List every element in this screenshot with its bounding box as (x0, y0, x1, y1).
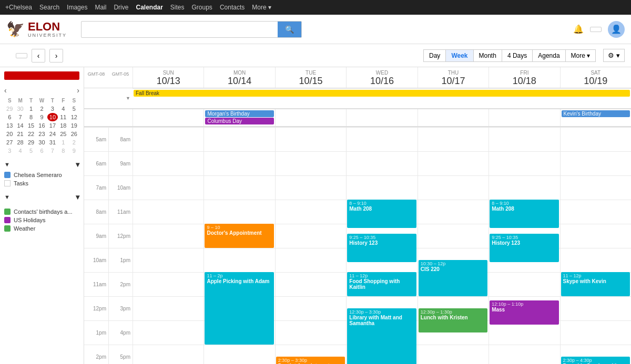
mini-cal-date[interactable]: 24 (47, 130, 58, 138)
tasks-checkbox[interactable] (4, 180, 11, 186)
mini-cal-date[interactable]: 6 (4, 113, 15, 121)
calendar-event[interactable]: 12:30p – 1:30pLunch with Kristen (419, 308, 487, 332)
mini-cal-date[interactable]: 17 (47, 121, 58, 130)
time-cell[interactable] (560, 296, 631, 320)
mini-cal-date[interactable]: 31 (47, 138, 58, 147)
time-cell[interactable] (133, 151, 203, 175)
mini-cal-date[interactable]: 3 (47, 105, 58, 113)
calendar-event[interactable]: 8 – 9:10Math 208 (347, 200, 416, 228)
search-input[interactable] (82, 25, 278, 33)
mini-cal-date[interactable]: 23 (36, 130, 47, 138)
time-cell[interactable] (346, 175, 417, 200)
mini-cal-date[interactable]: 26 (69, 130, 79, 138)
mini-cal-date[interactable]: 30 (15, 105, 25, 113)
time-cell[interactable] (346, 127, 417, 151)
calendar-event[interactable]: 12:10p – 1:10pMass (490, 300, 558, 325)
mini-cal-prev[interactable]: ‹ (4, 86, 7, 95)
today-button[interactable] (16, 53, 27, 58)
time-cell[interactable] (133, 175, 203, 200)
add-calendar-icon[interactable]: ▾ (76, 160, 79, 169)
mini-cal-date[interactable]: 29 (26, 138, 36, 147)
time-cell[interactable] (560, 224, 631, 248)
view-week[interactable]: Week (445, 49, 473, 62)
mini-cal-next[interactable]: › (77, 86, 79, 95)
search-button[interactable]: 🔍 (278, 22, 301, 37)
nav-drive[interactable]: Drive (114, 4, 128, 11)
time-cell[interactable] (203, 127, 274, 151)
calendar-event[interactable]: 8 – 9:10Math 208 (490, 200, 558, 228)
nav-contacts[interactable]: Contacts (220, 4, 245, 11)
mini-cal-date[interactable]: 9 (69, 147, 79, 155)
mini-cal-date[interactable]: 1 (26, 105, 36, 113)
allday-morgan-birthday[interactable]: Morgan's Birthday (205, 110, 273, 117)
time-cell[interactable] (560, 200, 631, 224)
mini-cal-date[interactable]: 30 (36, 138, 47, 147)
view-month[interactable]: Month (473, 49, 502, 62)
time-cell[interactable] (133, 224, 203, 248)
mini-cal-date[interactable]: 11 (58, 113, 68, 121)
mini-cal-date[interactable]: 5 (26, 147, 36, 155)
time-cell[interactable] (133, 248, 203, 272)
calendar-event[interactable]: 12:30p – 3:30pLibrary with Matt and Sama… (347, 308, 416, 364)
time-cell[interactable] (275, 248, 346, 272)
time-cell[interactable] (560, 151, 631, 175)
calendar-event[interactable]: 2:30p – 3:30pDentist Appointment (276, 357, 345, 364)
time-cell[interactable] (203, 175, 274, 200)
time-cell[interactable] (275, 127, 346, 151)
time-cell[interactable] (488, 272, 559, 296)
mini-cal-date[interactable]: 21 (15, 130, 25, 138)
mini-cal-date[interactable]: 1 (58, 138, 68, 147)
time-cell[interactable] (133, 296, 203, 320)
mini-cal-date[interactable]: 8 (58, 147, 68, 155)
add-coworker-link[interactable] (4, 203, 79, 207)
view-day[interactable]: Day (423, 49, 446, 62)
nav-mail[interactable]: Mail (95, 4, 106, 11)
time-cell[interactable] (560, 320, 631, 345)
time-cell[interactable] (275, 320, 346, 345)
mini-cal-date[interactable]: 14 (15, 121, 25, 130)
mini-cal-date[interactable]: 2 (69, 138, 79, 147)
time-cell[interactable] (203, 345, 274, 364)
time-cell[interactable] (418, 175, 488, 200)
nav-sites[interactable]: Sites (170, 4, 185, 11)
share-button[interactable] (590, 27, 602, 32)
calendar-event[interactable]: 2:30p – 4:30pPumpkin Carving with Sonia,… (561, 357, 630, 364)
time-cell[interactable] (560, 175, 631, 200)
calendar-event[interactable]: 9:25 – 10:35History 123 (347, 234, 416, 262)
mini-cal-date[interactable]: 12 (69, 113, 79, 121)
time-cell[interactable] (418, 151, 488, 175)
mini-cal-date[interactable]: 4 (15, 147, 25, 155)
mini-cal-date[interactable]: 18 (58, 121, 68, 130)
prev-button[interactable]: ‹ (32, 49, 45, 63)
time-cell[interactable] (488, 151, 559, 175)
view-agenda[interactable]: Agenda (532, 49, 565, 62)
time-cell[interactable] (418, 224, 488, 248)
mini-cal-date[interactable]: 7 (15, 113, 25, 121)
allday-kevin-birthday[interactable]: Kevin's Birthday (562, 110, 630, 117)
time-cell[interactable] (275, 200, 346, 224)
nav-more[interactable]: More ▾ (252, 4, 271, 11)
time-cell[interactable] (275, 272, 346, 296)
time-cell[interactable] (488, 345, 559, 364)
mini-cal-date[interactable]: 7 (47, 147, 58, 155)
time-cell[interactable] (418, 127, 488, 151)
mini-cal-date[interactable]: 29 (4, 105, 15, 113)
calendar-event[interactable]: 9:25 – 10:35History 123 (490, 234, 558, 262)
calendar-event[interactable]: 11 – 2pApple Picking with Adam (205, 272, 273, 345)
mini-cal-date[interactable]: 9 (36, 113, 47, 121)
mini-cal-date[interactable]: 4 (58, 105, 68, 113)
mini-cal-today[interactable]: 10 (47, 113, 58, 121)
calendar-event[interactable]: 10:30 – 12pCIS 220 (419, 260, 487, 296)
time-cell[interactable] (560, 127, 631, 151)
time-cell[interactable] (275, 224, 346, 248)
time-cell[interactable] (346, 151, 417, 175)
time-cell[interactable] (488, 127, 559, 151)
time-cell[interactable] (418, 345, 488, 364)
mini-cal-date[interactable]: 8 (26, 113, 36, 121)
create-button[interactable] (4, 71, 79, 80)
other-calendars-section[interactable]: ▼ ▾ (4, 193, 79, 201)
time-cell[interactable] (133, 127, 203, 151)
search-bar[interactable]: 🔍 (81, 21, 302, 38)
time-cell[interactable] (488, 175, 559, 200)
nav-search[interactable]: Search (39, 4, 59, 11)
